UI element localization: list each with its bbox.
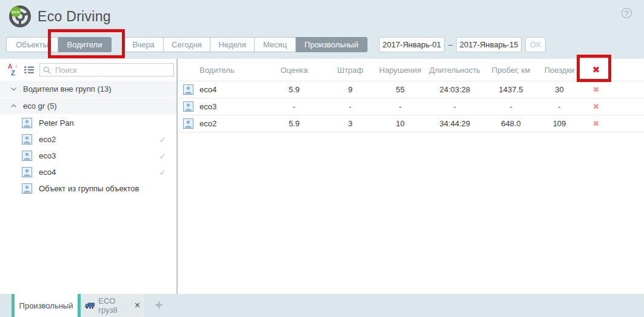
- column-header-score: Оценка: [264, 66, 324, 75]
- truck-icon: [85, 302, 95, 310]
- chevron-up-icon[interactable]: [10, 104, 17, 108]
- add-tab-button[interactable]: +: [150, 294, 168, 317]
- period-button-today[interactable]: Сегодня: [164, 37, 210, 52]
- tree-item-object-from-group[interactable]: Объект из группы объектов: [0, 180, 176, 197]
- cell-trips: -: [537, 102, 582, 111]
- page-title: Eco Driving: [38, 9, 111, 25]
- delete-row-icon[interactable]: ✖: [582, 85, 610, 94]
- tree-group-label: Водители вне групп (13): [23, 84, 112, 94]
- tab-eco-gruz8[interactable]: ECO груз8 ×: [78, 294, 144, 317]
- driver-name: Peter Pan: [39, 118, 74, 128]
- sort-az-icon[interactable]: A↓Z: [8, 64, 19, 75]
- add-tab-icon: +: [155, 298, 163, 313]
- check-icon: ✓: [159, 151, 166, 161]
- mode-button-drivers[interactable]: Водители: [58, 37, 112, 52]
- tab-custom[interactable]: Произвольный: [12, 294, 78, 317]
- cell-trips: 30: [537, 85, 582, 94]
- table-row-eco2: eco2 5.9 3 10 34:44:29 648.0 109 ✖: [178, 115, 644, 132]
- group-view-icon[interactable]: [24, 66, 34, 74]
- cell-score: 5.9: [264, 85, 324, 94]
- mode-button-objects[interactable]: Объекты: [6, 37, 58, 52]
- period-button-yesterday[interactable]: Вчера: [123, 37, 164, 52]
- content-area: A↓Z: [0, 59, 644, 294]
- driver-icon: [22, 134, 32, 145]
- column-header-mileage: Пробег, км: [485, 66, 537, 75]
- column-header-violations: Нарушения: [376, 66, 424, 75]
- period-switch: Вчера Сегодня Неделя Месяц Произвольный: [123, 37, 367, 52]
- cell-duration: -: [424, 102, 485, 111]
- bottom-tabbar: Произвольный ECO груз8 × +: [0, 294, 644, 317]
- table-row-eco4: eco4 5.9 9 55 24:03:28 1437.5 30 ✖: [178, 81, 644, 98]
- close-tab-icon[interactable]: ×: [135, 300, 140, 311]
- cell-penalty: 9: [324, 85, 376, 94]
- tree-item-eco2[interactable]: eco2 ✓: [0, 131, 176, 148]
- driver-icon: [22, 118, 32, 128]
- column-header-driver: Водитель: [200, 66, 264, 75]
- search-input[interactable]: [39, 63, 174, 77]
- results-panel: Водитель Оценка Штраф Нарушения Длительн…: [178, 59, 644, 294]
- tree-group-drivers-outside[interactable]: Водители вне групп (13): [0, 81, 176, 97]
- cell-duration: 24:03:28: [424, 85, 485, 94]
- table-row-eco3: eco3 - - - - - - ✖: [178, 98, 644, 115]
- cell-driver: eco4: [200, 85, 264, 94]
- cell-score: 5.9: [264, 119, 324, 128]
- chevron-down-icon[interactable]: [10, 87, 17, 91]
- date-to-input[interactable]: [456, 37, 522, 52]
- cell-penalty: 3: [324, 119, 376, 128]
- cell-driver: eco3: [200, 102, 264, 111]
- driver-icon: [183, 84, 193, 95]
- date-range: – OK: [379, 37, 546, 52]
- svg-text:ECO: ECO: [12, 10, 19, 14]
- ok-button[interactable]: OK: [525, 37, 546, 52]
- period-button-month[interactable]: Месяц: [255, 37, 296, 52]
- driver-icon: [22, 167, 32, 177]
- driver-name: eco4: [39, 168, 56, 177]
- cell-penalty: -: [324, 102, 376, 111]
- date-range-separator: –: [448, 40, 452, 49]
- tab-label: Произвольный: [19, 301, 73, 310]
- cell-mileage: 648.0: [485, 119, 537, 128]
- driver-icon: [183, 101, 193, 112]
- period-button-week[interactable]: Неделя: [210, 37, 255, 52]
- help-icon: ?: [625, 10, 628, 17]
- driver-name: eco3: [39, 151, 56, 160]
- driver-name: eco2: [39, 135, 56, 144]
- column-header-trips: Поездки: [537, 66, 582, 75]
- driver-name: Объект из группы объектов: [39, 184, 139, 193]
- delete-row-icon[interactable]: ✖: [582, 119, 610, 128]
- drivers-tree: Водители вне групп (13) eco gr (5) Peter…: [0, 81, 176, 197]
- period-button-custom[interactable]: Произвольный: [296, 37, 367, 52]
- topbar: ECO Eco Driving: [8, 5, 111, 28]
- tree-item-eco3[interactable]: eco3 ✓: [0, 148, 176, 164]
- mode-switch: Объекты Водители: [6, 37, 112, 52]
- column-header-penalty: Штраф: [324, 66, 376, 75]
- driver-icon: [183, 118, 193, 129]
- column-header-duration: Длительность: [424, 66, 485, 75]
- cell-mileage: -: [485, 102, 537, 111]
- sidebar-controls: A↓Z: [0, 59, 176, 81]
- tab-label: ECO груз8: [98, 296, 129, 315]
- cell-violations: -: [376, 102, 424, 111]
- sidebar: A↓Z: [0, 59, 176, 294]
- delete-all-icon[interactable]: ✖: [582, 64, 610, 75]
- delete-row-icon[interactable]: ✖: [582, 102, 610, 111]
- driver-icon: [22, 183, 32, 194]
- eco-driving-logo-icon: ECO: [8, 5, 32, 28]
- check-icon: ✓: [159, 168, 166, 177]
- cell-mileage: 1437.5: [485, 85, 537, 94]
- tree-item-peter-pan[interactable]: Peter Pan: [0, 115, 176, 131]
- search-icon: [43, 66, 51, 76]
- tree-group-eco-gr[interactable]: eco gr (5): [0, 98, 176, 114]
- cell-duration: 34:44:29: [424, 119, 485, 128]
- tree-group-label: eco gr (5): [23, 101, 57, 111]
- tree-item-eco4[interactable]: eco4 ✓: [0, 164, 176, 180]
- cell-driver: eco2: [200, 119, 264, 128]
- eco-driving-app: ECO Eco Driving ? Объекты Водители Вчера…: [0, 0, 644, 317]
- table-header: Водитель Оценка Штраф Нарушения Длительн…: [178, 59, 644, 81]
- cell-score: -: [264, 102, 324, 111]
- cell-violations: 55: [376, 85, 424, 94]
- date-from-input[interactable]: [379, 37, 444, 52]
- cell-violations: 10: [376, 119, 424, 128]
- help-button[interactable]: ?: [622, 8, 632, 18]
- cell-trips: 109: [537, 119, 582, 128]
